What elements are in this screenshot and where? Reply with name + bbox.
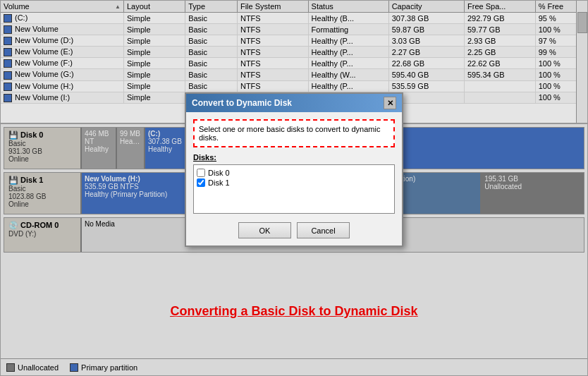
dialog-message: Select one or more basic disks to conver… — [199, 125, 380, 142]
dialog-message-box: Select one or more basic disks to conver… — [193, 119, 395, 147]
dialog-close-button[interactable]: ✕ — [384, 97, 396, 109]
dialog-titlebar: Convert to Dynamic Disk ✕ — [186, 94, 402, 112]
dialog-ok-button[interactable]: OK — [238, 222, 291, 238]
dialog-disks-list: Disk 0 Disk 1 — [193, 164, 395, 214]
dialog-disk1-label: Disk 1 — [208, 178, 230, 187]
dialog-disk0-label: Disk 0 — [208, 169, 230, 177]
dialog-body: Select one or more basic disks to conver… — [186, 112, 402, 245]
dialog-disk0-item: Disk 0 — [197, 168, 391, 178]
convert-dialog: Convert to Dynamic Disk ✕ Select one or … — [185, 92, 403, 247]
dialog-title: Convert to Dynamic Disk — [192, 98, 292, 108]
disk-management-window: Volume ▲ Layout Type File System Stat — [0, 0, 588, 376]
dialog-buttons: OK Cancel — [193, 222, 395, 238]
dialog-disk1-item: Disk 1 — [197, 178, 391, 188]
dialog-disks-label: Disks: — [193, 153, 395, 162]
dialog-disk1-checkbox[interactable] — [197, 178, 205, 187]
dialog-overlay: Convert to Dynamic Disk ✕ Select one or … — [1, 1, 587, 375]
dialog-disk0-checkbox[interactable] — [197, 169, 205, 177]
dialog-cancel-button[interactable]: Cancel — [297, 222, 350, 238]
